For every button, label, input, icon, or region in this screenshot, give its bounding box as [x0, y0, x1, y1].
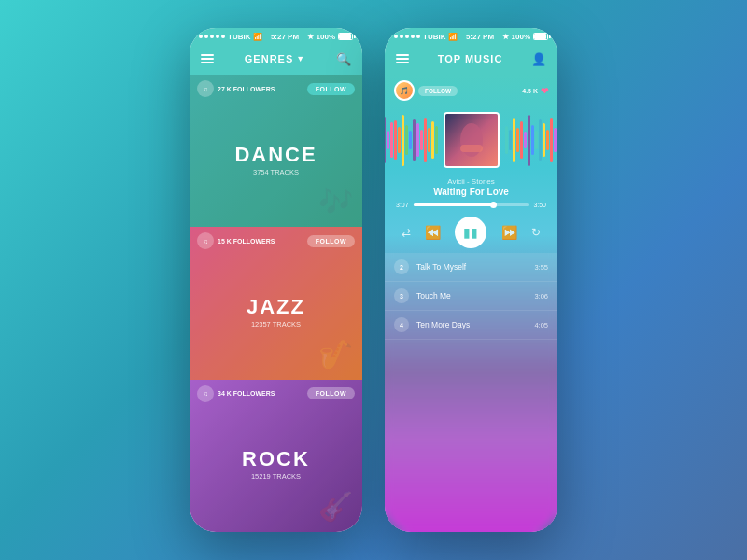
rock-follow-button[interactable]: FOLLOW: [307, 387, 355, 399]
waveform-bar-right-7: [531, 125, 534, 155]
waveform-bar-right-10: [543, 123, 545, 157]
progress-bar[interactable]: [414, 203, 529, 206]
waveform-section: [385, 106, 557, 174]
playlist-item-2[interactable]: 3 Touch Me 3:06: [385, 282, 557, 311]
jazz-name: JAZZ: [190, 295, 362, 319]
progress-fill: [414, 203, 495, 206]
rock-center: ROCK 15219 TRACKS: [190, 443, 362, 484]
menu-icon[interactable]: [201, 54, 214, 63]
time-end: 3:50: [533, 202, 546, 208]
rock-tracks: 15219 TRACKS: [190, 472, 362, 481]
carrier-label: TUBIK: [228, 33, 250, 41]
status-time: 5:27 PM: [271, 33, 299, 41]
waveform-bar-right-4: [520, 121, 523, 159]
waveform-bar-left-11: [405, 125, 408, 155]
track-num-2: 2: [394, 259, 409, 274]
dance-tracks: 3754 TRACKS: [190, 168, 362, 176]
artist-follow-button[interactable]: FOLLOW: [418, 86, 458, 96]
signal-dot-3: [210, 35, 214, 38]
tm-status-right: ★ 100%: [502, 33, 548, 41]
rock-followers: ♫ 34 K FOLLOWERS: [197, 385, 275, 402]
svg-rect-2: [460, 145, 483, 152]
waveform-bar-right-1: [509, 130, 512, 150]
waveform-bar-right-8: [535, 131, 538, 149]
waveform-bar-right-5: [524, 132, 527, 148]
track-title-3: Ten More Days: [416, 320, 534, 329]
track-artist: Avicii - Stories: [394, 177, 548, 186]
waveform-bar-left-15: [420, 130, 423, 150]
repeat-button[interactable]: ↻: [531, 226, 541, 239]
waveform-bar-left-9: [398, 127, 401, 153]
genre-card-rock: ♫ 34 K FOLLOWERS FOLLOW ROCK 15219 TRACK…: [190, 380, 362, 532]
playlist-item-1[interactable]: 2 Talk To Myself 3:55: [385, 253, 557, 282]
signal-dot-1: [199, 35, 203, 38]
waveform-right: [505, 112, 558, 168]
track-dur-1: 3:55: [534, 263, 548, 272]
rock-deco: 🎸: [318, 490, 353, 523]
heart-icon: ❤: [541, 86, 548, 96]
jazz-tracks: 12357 TRACKS: [190, 320, 362, 329]
genres-phone: TUBIK 📶 5:27 PM ★ 100% GENRES ▼ 🔍: [190, 28, 362, 532]
genre-card-dance: ♫ 27 K FOLLOWERS FOLLOW DANCE 3754 TRACK…: [190, 75, 362, 227]
signal-dots: [199, 35, 225, 38]
tm-battery-label: 100%: [512, 33, 530, 41]
top-music-status-bar: TUBIK 📶 5:27 PM ★ 100%: [385, 28, 557, 45]
artist-follow-group: 🎵 FOLLOW: [394, 80, 458, 101]
wifi-icon: 📶: [253, 33, 262, 41]
progress-dot: [490, 202, 497, 208]
jazz-deco: 🎷: [318, 338, 353, 371]
waveform-bar-left-5: [385, 117, 386, 163]
shuffle-button[interactable]: ⇄: [402, 226, 411, 239]
waveform-bar-left-18: [431, 121, 434, 159]
waveform-bar-right-11: [546, 130, 549, 150]
waveform-bar-left-13: [413, 119, 416, 161]
track-dur-3: 4:05: [534, 321, 548, 329]
status-right: ★ 100%: [307, 33, 353, 41]
signal-dot-5: [221, 35, 225, 38]
track-title-2: Touch Me: [416, 291, 534, 301]
dance-follow-button[interactable]: FOLLOW: [307, 83, 355, 95]
controls-row: ⇄ ⏪ ▮▮ ⏩ ↻: [385, 212, 557, 253]
next-button[interactable]: ⏩: [501, 225, 517, 240]
prev-button[interactable]: ⏪: [425, 225, 441, 240]
dance-top-bar: ♫ 27 K FOLLOWERS FOLLOW: [190, 75, 362, 103]
top-music-phone: TUBIK 📶 5:27 PM ★ 100% TOP MUSIC 👤: [385, 28, 557, 532]
album-art-inner: [445, 114, 498, 166]
followers-icon: ♫: [197, 80, 214, 97]
track-title-1: Talk To Myself: [416, 262, 534, 272]
waveform-left: [385, 112, 438, 168]
jazz-top-bar: ♫ 15 K FOLLOWERS FOLLOW: [190, 227, 362, 255]
waveform-bar-left-17: [428, 128, 430, 152]
jazz-followers: ♫ 15 K FOLLOWERS: [197, 232, 275, 249]
battery-icon: [338, 33, 353, 40]
dance-center: DANCE 3754 TRACKS: [190, 139, 362, 180]
tm-menu-icon[interactable]: [396, 54, 409, 63]
dance-name: DANCE: [190, 143, 362, 167]
waveform-bar-right-13: [554, 128, 557, 152]
dance-deco: 🎶: [318, 185, 353, 217]
signal-dot-4: [216, 35, 219, 38]
waveform-bar-left-12: [409, 131, 412, 149]
search-icon[interactable]: 🔍: [336, 52, 351, 66]
tm-battery-icon: [533, 33, 548, 40]
album-art: [444, 112, 500, 168]
track-name: Waiting For Love: [394, 187, 548, 197]
rock-top-bar: ♫ 34 K FOLLOWERS FOLLOW: [190, 380, 362, 408]
tm-bt-icon: ★: [502, 33, 509, 41]
pause-button[interactable]: ▮▮: [455, 217, 486, 248]
top-music-nav-bar: TOP MUSIC 👤: [385, 45, 557, 75]
rock-followers-icon: ♫: [197, 385, 214, 402]
profile-icon[interactable]: 👤: [531, 52, 546, 66]
tm-carrier: TUBIK: [423, 33, 445, 41]
genre-card-jazz: ♫ 15 K FOLLOWERS FOLLOW JAZZ 12357 TRACK…: [190, 227, 362, 379]
tm-signal-dots: [394, 35, 420, 38]
tm-wifi-icon: 📶: [448, 33, 458, 41]
genres-status-bar: TUBIK 📶 5:27 PM ★ 100%: [190, 28, 362, 45]
jazz-follow-button[interactable]: FOLLOW: [307, 235, 355, 247]
waveform-bar-left-10: [402, 115, 404, 166]
playlist-item-3[interactable]: 4 Ten More Days 4:05: [385, 311, 557, 340]
time-start: 3:07: [396, 202, 409, 208]
status-left: TUBIK 📶: [199, 33, 262, 41]
top-music-title: TOP MUSIC: [438, 53, 503, 64]
player-header: 🎵 FOLLOW 4.5 K ❤: [385, 75, 557, 106]
